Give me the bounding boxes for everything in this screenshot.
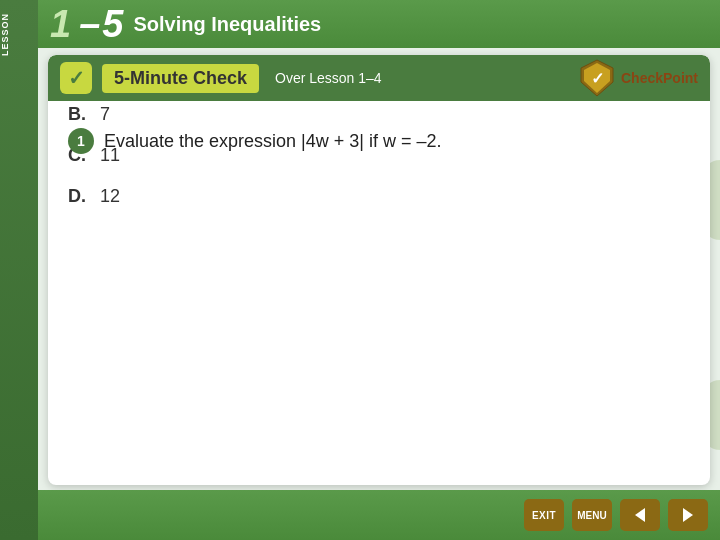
previous-arrow-icon: [635, 508, 645, 522]
lesson-number1: 1: [50, 5, 71, 43]
next-button[interactable]: [668, 499, 708, 531]
previous-button[interactable]: [620, 499, 660, 531]
question-row: 1 Evaluate the expression |4w + 3| if w …: [68, 128, 690, 154]
question-area: 1 Evaluate the expression |4w + 3| if w …: [48, 110, 710, 190]
question-text: Evaluate the expression |4w + 3| if w = …: [104, 131, 442, 152]
check-icon-symbol: ✓: [68, 66, 85, 90]
lesson-dash: –: [79, 3, 100, 46]
main-content: 1 – 5 Solving Inequalities ✓ 5-Minute Ch…: [38, 0, 720, 540]
checkpoint-logo: ✓ CheckPoint: [577, 58, 698, 98]
exit-button[interactable]: EXIT: [524, 499, 564, 531]
content-card: ✓ 5-Minute Check Over Lesson 1–4 ✓ Check…: [48, 55, 710, 485]
menu-button[interactable]: MENU: [572, 499, 612, 531]
next-arrow-icon: [683, 508, 693, 522]
header-bar: 1 – 5 Solving Inequalities: [38, 0, 720, 48]
check-icon: ✓: [60, 62, 92, 94]
bottom-nav-bar: EXIT MENU: [38, 490, 720, 540]
over-lesson-text: Over Lesson 1–4: [275, 70, 577, 86]
lesson-label: LESSON: [0, 8, 38, 61]
lesson-number2: 5: [102, 3, 123, 46]
checkpoint-shield-icon: ✓: [577, 58, 617, 98]
lesson-title: Solving Inequalities: [133, 13, 321, 36]
question-number-badge: 1: [68, 128, 94, 154]
left-sidebar: LESSON: [0, 0, 38, 540]
svg-text:✓: ✓: [590, 70, 603, 87]
checkpoint-text: CheckPoint: [621, 70, 698, 86]
check-label: 5-Minute Check: [102, 64, 259, 93]
check-bar: ✓ 5-Minute Check Over Lesson 1–4 ✓ Check…: [48, 55, 710, 101]
